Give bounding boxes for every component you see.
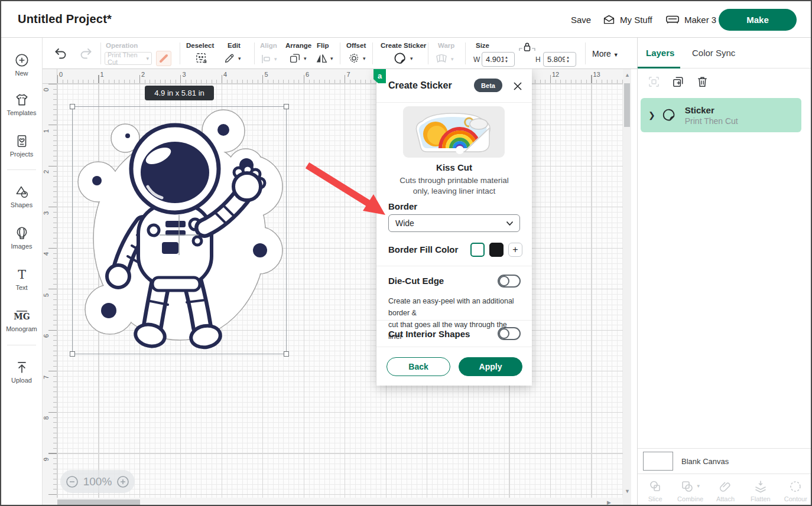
arrange-dropdown[interactable]: ▾	[288, 52, 307, 65]
save-button[interactable]: Save	[571, 1, 591, 38]
offset-dropdown[interactable]: ▾	[347, 52, 366, 65]
kiss-cut-title: Kiss Cut	[376, 162, 532, 172]
deselect-icon[interactable]	[194, 51, 208, 65]
layer-expand-chevron[interactable]: ❯	[648, 110, 655, 120]
flatten-icon	[753, 479, 768, 494]
toolbar-divider	[100, 43, 101, 64]
slice-label: Slice	[648, 495, 662, 502]
my-stuff-button[interactable]: My Stuff	[603, 1, 652, 38]
contour-label: Contour	[784, 495, 807, 502]
h-ruler-number: 7	[347, 71, 350, 78]
horizontal-scroll-thumb[interactable]	[57, 500, 140, 505]
tab-layers[interactable]: Layers	[646, 48, 674, 58]
sidebar-item-templates[interactable]: Templates	[1, 92, 42, 116]
app-window: Untitled Project* Save My Stuff Maker 3 …	[0, 0, 812, 506]
flatten-button[interactable]: Flatten	[743, 474, 778, 506]
active-tab-underline	[638, 67, 680, 68]
toolbar-divider	[428, 43, 428, 64]
die-cut-desc-line1: Create an easy-peel with an additional b…	[388, 297, 514, 317]
duplicate-icon[interactable]	[671, 75, 685, 89]
project-title[interactable]: Untitled Project*	[18, 12, 112, 26]
contour-button[interactable]: Contour	[778, 474, 812, 506]
fill-color-white-swatch[interactable]	[470, 243, 485, 257]
create-sticker-dropdown[interactable]: ▾	[393, 51, 413, 66]
my-stuff-label: My Stuff	[620, 15, 652, 25]
flip-dropdown[interactable]: ▾	[315, 52, 333, 65]
delete-icon[interactable]	[696, 75, 709, 89]
height-input-group: ▲▼	[543, 52, 576, 67]
close-icon[interactable]	[512, 80, 524, 92]
scroll-up-arrow[interactable]: ▲	[625, 72, 630, 78]
v-ruler-number: 1	[43, 129, 50, 132]
lock-ratio-icon[interactable]	[518, 41, 536, 53]
sidebar-item-upload[interactable]: Upload	[1, 360, 42, 384]
scroll-down-arrow[interactable]: ▼	[625, 488, 630, 494]
h-ruler-number: 13	[593, 71, 600, 78]
h-ruler-number: 2	[141, 71, 145, 78]
dialog-divider	[376, 266, 532, 266]
layer-item-sticker[interactable]: ❯ Sticker Print Then Cut	[641, 98, 801, 132]
height-stepper[interactable]: ▲▼	[566, 56, 570, 63]
back-button[interactable]: Back	[386, 357, 450, 376]
height-input[interactable]	[544, 55, 565, 64]
zoom-in-icon[interactable]	[116, 475, 129, 488]
width-input[interactable]	[482, 55, 504, 64]
sidebar-item-projects[interactable]: Projects	[1, 133, 42, 158]
canvas-horizontal-scrollbar[interactable]: ▶	[43, 498, 623, 506]
die-cut-edge-toggle[interactable]	[498, 275, 521, 288]
border-select[interactable]: Wide	[388, 214, 520, 232]
scroll-right-arrow[interactable]: ▶	[607, 500, 611, 505]
combine-label: Combine	[677, 495, 703, 502]
more-dropdown[interactable]: More ▼	[592, 49, 619, 58]
edit-toolbar: Operation Print Then Cut▾ Deselect Edit …	[43, 38, 637, 69]
toolbar-divider	[372, 43, 373, 64]
sidebar-item-new[interactable]: New	[1, 53, 42, 77]
attach-label: Attach	[716, 495, 735, 502]
sidebar-item-images[interactable]: Images	[1, 226, 42, 250]
operation-color-swatch[interactable]	[156, 51, 171, 66]
slice-button[interactable]: Slice	[638, 474, 673, 506]
warp-dropdown[interactable]: ▾	[434, 53, 454, 65]
vertical-scroll-thumb[interactable]	[624, 83, 630, 127]
redo-button[interactable]	[78, 45, 93, 61]
toolbar-divider	[340, 43, 340, 64]
attach-button[interactable]: Attach	[708, 474, 743, 506]
selection-bounding-box[interactable]	[72, 106, 287, 354]
fill-color-black-swatch[interactable]	[489, 243, 504, 257]
operation-label: Operation	[106, 42, 138, 49]
machine-selector[interactable]: Maker 3	[665, 1, 716, 38]
sidebar-item-monogram[interactable]: MG Monogram	[1, 308, 42, 332]
make-button[interactable]: Make	[719, 9, 797, 31]
add-color-button[interactable]: +	[508, 243, 522, 257]
selection-handle-bottom-left[interactable]	[70, 351, 75, 357]
chevron-down-icon	[506, 221, 514, 226]
layer-name: Sticker	[685, 105, 738, 115]
operation-select[interactable]: Print Then Cut▾	[105, 52, 152, 65]
create-sticker-label: Create Sticker	[381, 42, 426, 49]
selection-handle-bottom-right[interactable]	[284, 351, 289, 357]
edit-label: Edit	[228, 42, 241, 49]
tab-color-sync[interactable]: Color Sync	[692, 48, 735, 58]
apply-button[interactable]: Apply	[459, 357, 522, 376]
sidebar-label: Text	[1, 284, 42, 291]
align-dropdown[interactable]: ▾	[260, 53, 277, 65]
sidebar-item-text[interactable]: T Text	[1, 267, 42, 291]
canvas-vertical-scrollbar[interactable]: ▲ ▼	[623, 69, 631, 506]
width-input-group: ▲▼	[482, 52, 515, 67]
blank-canvas-swatch[interactable]	[643, 452, 673, 471]
width-stepper[interactable]: ▲▼	[505, 56, 508, 63]
combine-icon	[680, 479, 694, 494]
blank-canvas-row[interactable]: Blank Canvas	[638, 448, 812, 474]
group-icon[interactable]	[647, 75, 661, 89]
selection-handle-top-right[interactable]	[284, 104, 289, 109]
cut-interior-shapes-toggle[interactable]	[498, 327, 521, 340]
edit-dropdown[interactable]: ▾	[223, 52, 241, 65]
combine-button[interactable]: ▼ Combine	[673, 474, 707, 506]
selection-handle-top-left[interactable]	[70, 104, 75, 109]
sidebar-item-shapes[interactable]: Shapes	[1, 184, 42, 208]
kiss-cut-preview-image	[403, 106, 505, 158]
zoom-out-icon[interactable]	[66, 475, 79, 488]
width-label: W	[473, 56, 480, 64]
top-bar: Untitled Project* Save My Stuff Maker 3 …	[1, 1, 811, 38]
undo-button[interactable]	[53, 45, 69, 61]
